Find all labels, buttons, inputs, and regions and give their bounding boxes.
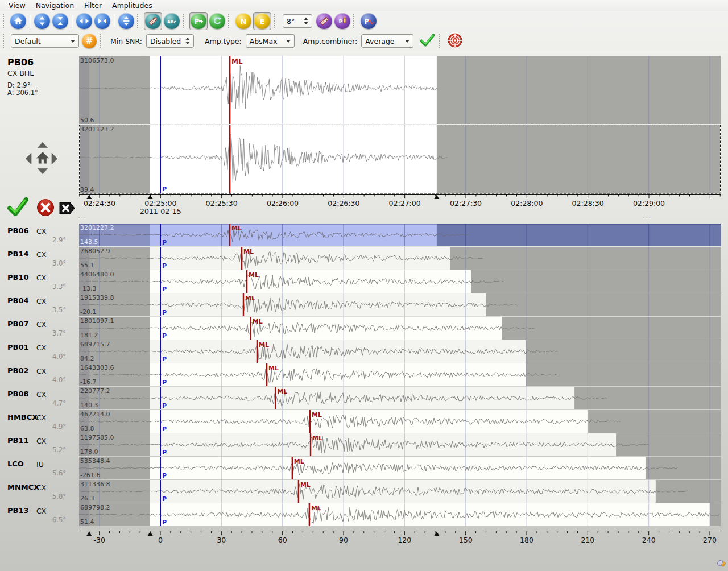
toolbar-drag-handle[interactable] bbox=[353, 14, 357, 28]
min-snr-spinbox[interactable]: Disabled bbox=[146, 34, 194, 48]
expand-horizontal-button[interactable] bbox=[76, 13, 92, 29]
toolbar-drag-handle[interactable] bbox=[3, 14, 6, 28]
accept-amplitude-button[interactable] bbox=[7, 197, 28, 219]
hash-filter-button[interactable]: # bbox=[82, 34, 97, 48]
trace-row-MNMCX[interactable]: PML311336.826.3 bbox=[79, 480, 721, 503]
ml-marker-label: ML bbox=[277, 388, 287, 395]
station-row-label-PB04[interactable]: PB04CX3.5° bbox=[0, 293, 78, 317]
spin-arrows-icon[interactable] bbox=[304, 18, 308, 24]
pick-amplitudes-button[interactable]: PJP bbox=[334, 13, 350, 29]
align-on-p-pick-button[interactable]: P bbox=[191, 13, 206, 29]
fit-horizontal-button[interactable] bbox=[94, 13, 110, 29]
menu-filter[interactable]: Filter bbox=[79, 1, 107, 10]
rotation-spinbox[interactable]: 8° bbox=[283, 14, 312, 28]
filter-profile-combobox[interactable]: Default bbox=[11, 34, 79, 48]
scroll-down-button[interactable] bbox=[37, 168, 48, 176]
time-window-marker bbox=[86, 532, 92, 536]
nav-home-button[interactable] bbox=[35, 150, 51, 168]
amp-max-label: 3106573.0 bbox=[80, 57, 114, 64]
ml-marker-label: ML bbox=[311, 504, 321, 512]
component-east-button[interactable]: E bbox=[254, 13, 270, 29]
scroll-right-button[interactable] bbox=[51, 152, 58, 167]
apply-amplitudes-button[interactable] bbox=[420, 34, 435, 49]
amp-max-label: 3201227.2 bbox=[80, 224, 114, 231]
axis-tick-label: 210 bbox=[581, 536, 594, 544]
toggle-labels-button[interactable]: ABc bbox=[164, 13, 180, 29]
station-code: PB04 bbox=[7, 296, 29, 305]
home-button[interactable] bbox=[10, 13, 26, 29]
vexpand-icon bbox=[37, 16, 47, 26]
station-row-label-PB02[interactable]: PB02CX4.0° bbox=[0, 363, 78, 387]
toolbar-drag-handle[interactable] bbox=[228, 14, 231, 28]
expand-vertical-button[interactable] bbox=[34, 13, 50, 29]
scroll-left-button[interactable] bbox=[25, 152, 32, 167]
menu-navigation[interactable]: Navigation bbox=[31, 1, 79, 10]
toolbar-drag-handle[interactable] bbox=[183, 14, 186, 28]
station-row-label-HMBCX[interactable]: HMBCXCX4.9° bbox=[0, 410, 78, 433]
trace-row-PB10[interactable]: PML4406480.0-13.3 bbox=[79, 270, 721, 293]
network-code: CX bbox=[36, 227, 46, 235]
discard-and-close-button[interactable] bbox=[59, 200, 76, 218]
trace-row-HMBCX[interactable]: PML462214.063.8 bbox=[79, 410, 721, 433]
station-row-label-MNMCX[interactable]: MNMCXCX5.8° bbox=[0, 480, 78, 503]
toolbar-drag-handle[interactable] bbox=[439, 34, 442, 48]
amp-combiner-value: Average bbox=[365, 37, 400, 45]
menu-view[interactable]: View bbox=[3, 1, 31, 10]
time-window-marker bbox=[148, 532, 153, 536]
trace-row-PB01[interactable]: PML689715.784.2 bbox=[79, 340, 721, 363]
spin-arrows-icon[interactable] bbox=[185, 38, 190, 44]
trace-row-PB02[interactable]: PML1643303.6-16.7 bbox=[79, 363, 721, 386]
station-row-label-PB08[interactable]: PB08CX4.7° bbox=[0, 387, 78, 410]
arrow-export-icon bbox=[59, 200, 76, 216]
amp-combiner-combobox[interactable]: Average bbox=[361, 34, 413, 48]
toolbar-drag-handle[interactable] bbox=[100, 34, 103, 48]
splitter-handle[interactable]: ··· bbox=[78, 214, 86, 222]
chevron-down-icon bbox=[405, 40, 410, 43]
open-waveform-picker-button[interactable]: P bbox=[361, 13, 377, 29]
svg-text:P: P bbox=[339, 18, 343, 24]
station-row-label-PB06[interactable]: PB06CX2.9° bbox=[0, 224, 78, 247]
trace-row-LCO[interactable]: PML535348.4-261.6 bbox=[79, 457, 721, 479]
menu-amplitudes[interactable]: Amplitudes bbox=[107, 1, 158, 10]
measure-amplitudes-button[interactable] bbox=[316, 13, 332, 29]
toolbar-drag-handle[interactable] bbox=[3, 34, 6, 48]
station-row-label-PB13[interactable]: PB13CX6.5° bbox=[0, 503, 78, 527]
scroll-up-button[interactable] bbox=[37, 142, 48, 150]
trace-row-PB06[interactable]: PML3201227.2143.5 bbox=[79, 224, 721, 246]
station-row-label-PB14[interactable]: PB14CX3.0° bbox=[0, 247, 78, 270]
trace-row-PB07[interactable]: PML1801097.1181.2 bbox=[79, 317, 721, 340]
reject-amplitude-button[interactable] bbox=[36, 198, 55, 218]
zoom-trace-panel[interactable]: MLP3106573.050.63201123.239.4 bbox=[79, 56, 721, 196]
station-row-label-PB07[interactable]: PB07CX3.7° bbox=[0, 317, 78, 340]
toggle-ruler-button[interactable] bbox=[145, 13, 161, 29]
station-row-label-LCO[interactable]: LCOIU5.6° bbox=[0, 457, 78, 480]
normalize-amplitude-button[interactable] bbox=[118, 13, 134, 29]
p-marker bbox=[160, 293, 161, 316]
hexpand-icon bbox=[79, 16, 89, 26]
trace-row-PB08[interactable]: PML220777.2140.3 bbox=[79, 387, 721, 409]
p-marker bbox=[160, 480, 161, 503]
station-row-label-PB01[interactable]: PB01CX4.0° bbox=[0, 340, 78, 363]
toolbar-drag-handle[interactable] bbox=[274, 14, 277, 28]
trace-row-PB14[interactable]: PML768052.955.1 bbox=[79, 247, 721, 270]
fit-vertical-button[interactable] bbox=[52, 13, 68, 29]
svg-text:P: P bbox=[195, 18, 199, 26]
ml-marker bbox=[229, 125, 231, 194]
station-row-label-PB10[interactable]: PB10CX3.3° bbox=[0, 270, 78, 293]
amp-type-combobox[interactable]: AbsMax bbox=[246, 34, 295, 48]
toolbar-drag-handle[interactable] bbox=[137, 14, 140, 28]
ml-marker-label: ML bbox=[259, 341, 269, 349]
trace-row-PB11[interactable]: PML1197585.0178.0 bbox=[79, 433, 721, 456]
toolbar-separator bbox=[114, 14, 115, 28]
station-row-label-PB11[interactable]: PB11CX5.2° bbox=[0, 433, 78, 457]
splitter-handle[interactable]: ··· bbox=[643, 214, 651, 222]
axis-tick-label: 150 bbox=[459, 536, 473, 544]
trace-row-PB04[interactable]: PML1915339.8-20.1 bbox=[79, 293, 721, 316]
ml-marker bbox=[243, 293, 244, 316]
amp-max-label: 1801097.1 bbox=[80, 317, 114, 325]
commit-magnitude-button[interactable] bbox=[447, 32, 463, 50]
recompute-amplitudes-button[interactable] bbox=[209, 13, 225, 29]
component-north-button[interactable]: N bbox=[235, 13, 251, 29]
trace-row-PB13[interactable]: PML689798.251.4 bbox=[79, 503, 721, 526]
axis-tick-label: 02:26:00 bbox=[267, 199, 299, 208]
